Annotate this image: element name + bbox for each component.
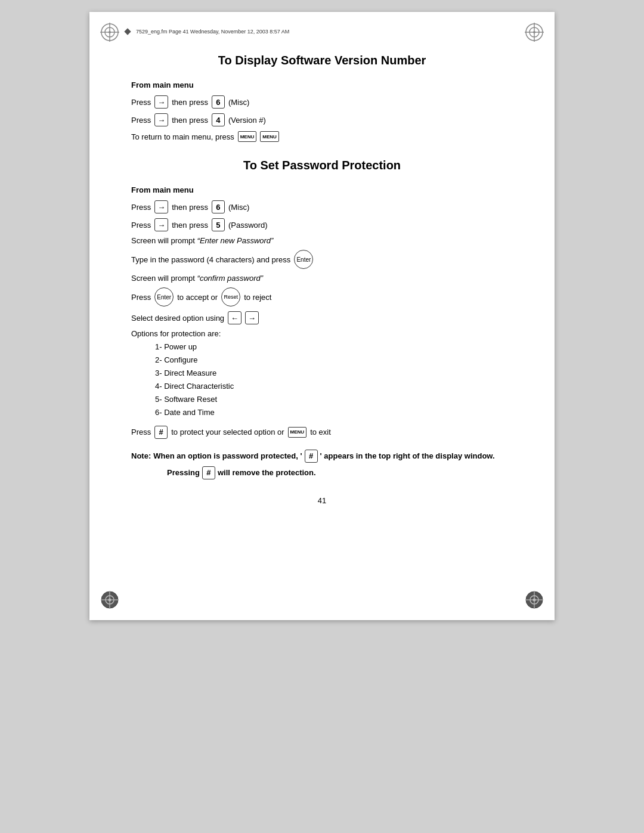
corner-decoration-bl xyxy=(100,590,119,609)
s2-then-2: then press xyxy=(172,221,208,230)
s2-then-1: then press xyxy=(172,203,208,212)
section1-instruction-1: Press → then press 6 (Misc) xyxy=(131,95,513,109)
section1-title: To Display Software Version Number xyxy=(131,54,513,67)
s2-arrow-2: → xyxy=(154,218,168,231)
section2-instruction-2: Press → then press 5 (Password) xyxy=(131,218,513,231)
file-header-diamond xyxy=(124,28,131,35)
s2-prompt2-italic: “confirm password” xyxy=(197,274,264,283)
s2-accept-reject-line: Press Enter to accept or Reset to reject xyxy=(131,287,513,306)
s2-key-6: 6 xyxy=(212,200,225,213)
s2-options-list: 1- Power up 2- Configure 3- Direct Measu… xyxy=(155,340,513,420)
section1-key-6: 6 xyxy=(212,95,225,109)
s2-type-text: Type in the password (4 characters) and … xyxy=(131,255,290,264)
s2-protect-line: Press # to protect your selected option … xyxy=(131,426,513,439)
s2-to-reject-text: to reject xyxy=(244,293,271,302)
file-header-text: 7529_eng.fm Page 41 Wednesday, November … xyxy=(136,29,289,35)
s2-protect-prefix: Press xyxy=(131,428,151,436)
section2-content: From main menu Press → then press 6 (Mis… xyxy=(131,185,513,479)
section1-from-menu-label: From main menu xyxy=(131,80,513,89)
s2-note-text1: When an option is password protected, ' xyxy=(153,451,302,460)
s2-right-arrow: → xyxy=(245,311,259,324)
s2-note-line: Note: When an option is password protect… xyxy=(131,450,513,463)
s2-select-option-line: Select desired option using ← → xyxy=(131,311,513,324)
section1-return-line: To return to main menu, press MENU MENU xyxy=(131,131,513,142)
s2-reset-circle: Reset xyxy=(221,287,240,306)
section1-press-text-1: Press xyxy=(131,98,151,107)
list-item: 2- Configure xyxy=(155,354,513,367)
s2-select-text: Select desired option using xyxy=(131,314,224,323)
s2-options-header-text: Options for protection are: xyxy=(131,329,221,338)
s2-protect-middle: to protect your selected option or xyxy=(171,428,284,436)
section2-instruction-1: Press → then press 6 (Misc) xyxy=(131,200,513,213)
section1: To Display Software Version Number From … xyxy=(131,54,513,142)
s2-protect-suffix: to exit xyxy=(310,428,331,436)
section1-instruction-2: Press → then press 4 (Version #) xyxy=(131,113,513,126)
s2-press-enter-text: Press xyxy=(131,293,151,302)
s2-note-label: Note: xyxy=(131,451,151,460)
section1-arrow-btn-1: → xyxy=(154,95,168,109)
s2-prompt1-prefix: Screen will prompt xyxy=(131,236,197,245)
section1-return-text: To return to main menu, press xyxy=(131,132,234,141)
section2-title: To Set Password Protection xyxy=(131,159,513,172)
section1-version-text: (Version #) xyxy=(228,116,266,125)
corner-decoration-br xyxy=(525,590,544,609)
s2-press-1: Press xyxy=(131,203,151,212)
section1-content: From main menu Press → then press 6 (Mis… xyxy=(131,80,513,142)
s2-menu-btn-exit: MENU xyxy=(288,427,307,438)
s2-pressing-hash: # xyxy=(202,466,215,479)
s2-pressing-suffix: will remove the protection. xyxy=(218,468,316,477)
svg-point-9 xyxy=(533,31,535,33)
list-item: 1- Power up xyxy=(155,340,513,354)
s2-note-section: Note: When an option is password protect… xyxy=(131,450,513,479)
corner-decoration-tl xyxy=(100,23,119,42)
section1-then-text-2: then press xyxy=(172,116,208,125)
section1-menu-btn-1: MENU xyxy=(238,131,257,142)
corner-decoration-tr xyxy=(525,23,544,42)
list-item: 4- Direct Characteristic xyxy=(155,380,513,393)
s2-prompt2-line: Screen will prompt “confirm password” xyxy=(131,274,513,283)
file-header: 7529_eng.fm Page 41 Wednesday, November … xyxy=(125,29,289,35)
section2: To Set Password Protection From main men… xyxy=(131,159,513,479)
s2-left-arrow: ← xyxy=(228,311,242,324)
s2-hash-btn-1: # xyxy=(154,426,168,439)
s2-note-hash: # xyxy=(305,450,318,463)
s2-pressing-label: Pressing xyxy=(167,468,200,477)
section2-from-menu-label: From main menu xyxy=(131,185,513,194)
list-item: 3- Direct Measure xyxy=(155,367,513,380)
s2-pressing-line: Pressing # will remove the protection. xyxy=(131,466,513,479)
s2-prompt2-prefix: Screen will prompt xyxy=(131,274,197,283)
svg-point-14 xyxy=(109,599,112,602)
s2-enter-circle-1: Enter xyxy=(294,250,313,269)
s2-options-header: Options for protection are: xyxy=(131,329,513,338)
section1-arrow-btn-2: → xyxy=(154,113,168,126)
s2-prompt1-line: Screen will prompt “Enter new Password” xyxy=(131,236,513,245)
s2-type-password-line: Type in the password (4 characters) and … xyxy=(131,250,513,269)
s2-key-5: 5 xyxy=(212,218,225,231)
page-number: 41 xyxy=(131,496,513,505)
svg-point-19 xyxy=(533,599,536,602)
section1-key-4: 4 xyxy=(212,113,225,126)
section1-misc-text: (Misc) xyxy=(228,98,249,107)
list-item: 5- Software Reset xyxy=(155,393,513,406)
s2-to-accept-text: to accept or xyxy=(177,293,218,302)
list-item: 6- Date and Time xyxy=(155,406,513,419)
svg-point-4 xyxy=(109,31,111,33)
section1-press-text-2: Press xyxy=(131,116,151,125)
s2-enter-circle-2: Enter xyxy=(154,287,174,306)
s2-press-2: Press xyxy=(131,221,151,230)
s2-arrow-1: → xyxy=(154,200,168,213)
s2-note-text2: ' appears in the top right of the displa… xyxy=(320,451,495,460)
section1-then-text-1: then press xyxy=(172,98,208,107)
s2-password-text: (Password) xyxy=(228,221,268,230)
s2-prompt1-italic: “Enter new Password” xyxy=(197,236,274,245)
document-page: 7529_eng.fm Page 41 Wednesday, November … xyxy=(89,12,555,620)
s2-misc: (Misc) xyxy=(228,203,249,212)
section1-menu-btn-2: MENU xyxy=(260,131,279,142)
